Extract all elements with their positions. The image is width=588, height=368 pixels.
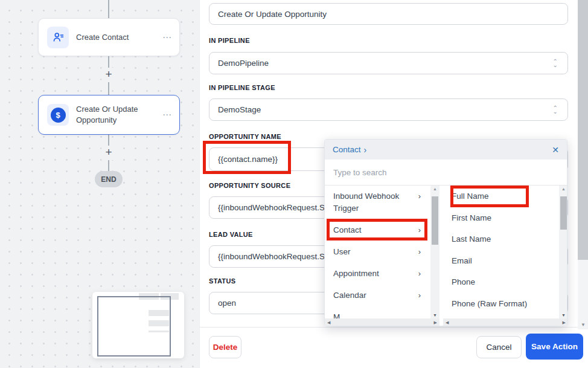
- scroll-right-icon[interactable]: ▶: [434, 320, 437, 325]
- field-label-in-pipeline-stage: IN PIPELINE STAGE: [209, 84, 275, 91]
- contact-icon: [47, 27, 69, 48]
- chevron-right-icon: ›: [418, 224, 421, 236]
- workflow-end-badge: END: [95, 171, 123, 187]
- minimap-node-bar: [149, 310, 169, 316]
- cancel-button[interactable]: Cancel: [476, 336, 522, 358]
- chevron-right-icon: ›: [418, 246, 421, 258]
- picker-search-input[interactable]: [325, 160, 567, 186]
- pipeline-select-value: DemoPipeline: [218, 59, 269, 68]
- scroll-down-icon[interactable]: ▼: [559, 313, 567, 317]
- delete-button[interactable]: Delete: [209, 336, 241, 358]
- close-icon[interactable]: ✕: [552, 145, 559, 155]
- select-caret-icon: ⌃⌄: [553, 60, 558, 67]
- value-list-hscrollbar[interactable]: ◀ ▶: [443, 318, 567, 326]
- picker-header: Contact › ✕: [325, 140, 567, 160]
- picker-breadcrumb[interactable]: Contact: [333, 145, 361, 154]
- category-inbound-webhook-trigger[interactable]: Inbound Webhook Trigger ›: [325, 186, 430, 219]
- value-phone-raw-format[interactable]: Phone (Raw Format): [443, 293, 560, 315]
- add-step-button[interactable]: +: [101, 68, 116, 82]
- category-calendar[interactable]: Calendar ›: [325, 285, 430, 306]
- value-list-scrollbar[interactable]: ▲ ▼: [559, 186, 567, 318]
- field-label-status: STATUS: [209, 277, 235, 285]
- category-list-hscrollbar[interactable]: ◀ ▶: [325, 318, 439, 326]
- scroll-down-icon[interactable]: ▼: [578, 322, 588, 328]
- scroll-up-icon[interactable]: ▲: [430, 187, 439, 191]
- picker-category-list: Inbound Webhook Trigger › Contact › User…: [325, 186, 430, 318]
- category-list-scrollbar[interactable]: ▲ ▼: [430, 186, 439, 318]
- action-name-input[interactable]: [209, 3, 568, 25]
- footer-divider: [200, 327, 588, 328]
- chevron-right-icon: ›: [418, 289, 421, 302]
- workflow-canvas[interactable]: Create Contact ⋯ + $ Create Or Update Op…: [0, 0, 199, 368]
- node-menu-dots-icon[interactable]: ⋯: [162, 32, 172, 43]
- add-step-button[interactable]: +: [101, 146, 116, 160]
- field-label-opportunity-source: OPPORTUNITY SOURCE: [209, 182, 290, 189]
- save-action-button[interactable]: Save Action: [526, 334, 583, 360]
- opportunity-icon: $: [47, 104, 69, 126]
- minimap-viewport[interactable]: [97, 296, 171, 357]
- scrollbar-thumb[interactable]: [432, 196, 438, 245]
- chevron-right-icon: ›: [418, 268, 421, 280]
- custom-value-picker-popup: Contact › ✕ Inbound Webhook Trigger › Co…: [324, 139, 567, 326]
- scroll-down-icon[interactable]: ▼: [430, 313, 439, 317]
- minimap-node-bar: [149, 320, 169, 326]
- workflow-node-create-contact[interactable]: Create Contact ⋯: [38, 18, 180, 56]
- workflow-node-create-or-update-opportunity[interactable]: $ Create Or Update Opportunity ⋯: [38, 95, 180, 135]
- chevron-right-icon: ›: [364, 145, 367, 155]
- scroll-left-icon[interactable]: ◀: [446, 320, 449, 325]
- panel-scrollbar-thumb[interactable]: [578, 0, 588, 260]
- value-full-name[interactable]: Full Name: [443, 186, 560, 207]
- scroll-up-icon[interactable]: ▲: [559, 187, 567, 191]
- workflow-builder-screen: Create Contact ⋯ + $ Create Or Update Op…: [0, 0, 588, 368]
- field-label-opportunity-name: OPPORTUNITY NAME: [209, 133, 281, 140]
- value-email[interactable]: Email: [443, 250, 560, 272]
- field-label-in-pipeline: IN PIPELINE: [209, 37, 250, 44]
- dollar-icon: $: [51, 108, 66, 123]
- value-first-name[interactable]: First Name: [443, 207, 560, 229]
- scroll-right-icon[interactable]: ▶: [563, 320, 566, 325]
- pipeline-stage-select[interactable]: DemoStage ⌃⌄: [209, 98, 568, 121]
- pipeline-select[interactable]: DemoPipeline ⌃⌄: [209, 52, 568, 74]
- category-user[interactable]: User ›: [325, 241, 430, 263]
- chevron-right-icon: ›: [418, 190, 421, 202]
- minimap-node-bar: [149, 331, 169, 332]
- node-menu-dots-icon[interactable]: ⋯: [162, 109, 172, 120]
- scrollbar-thumb[interactable]: [560, 196, 567, 230]
- category-partial[interactable]: M: [325, 306, 430, 318]
- scroll-left-icon[interactable]: ◀: [327, 320, 330, 325]
- category-contact[interactable]: Contact ›: [325, 219, 430, 241]
- field-label-lead-value: LEAD VALUE: [209, 231, 253, 238]
- category-appointment[interactable]: Appointment ›: [325, 263, 430, 285]
- select-caret-icon: ⌃⌄: [553, 106, 558, 114]
- value-last-name[interactable]: Last Name: [443, 228, 560, 250]
- node-label: Create Or Update Opportunity: [76, 104, 155, 126]
- canvas-minimap[interactable]: [92, 292, 184, 358]
- value-phone[interactable]: Phone: [443, 271, 560, 293]
- node-label: Create Contact: [76, 32, 155, 43]
- picker-value-list: Full Name First Name Last Name Email Pho…: [443, 186, 560, 318]
- panel-scrollbar[interactable]: ▼: [578, 0, 588, 329]
- pipeline-stage-select-value: DemoStage: [218, 105, 261, 114]
